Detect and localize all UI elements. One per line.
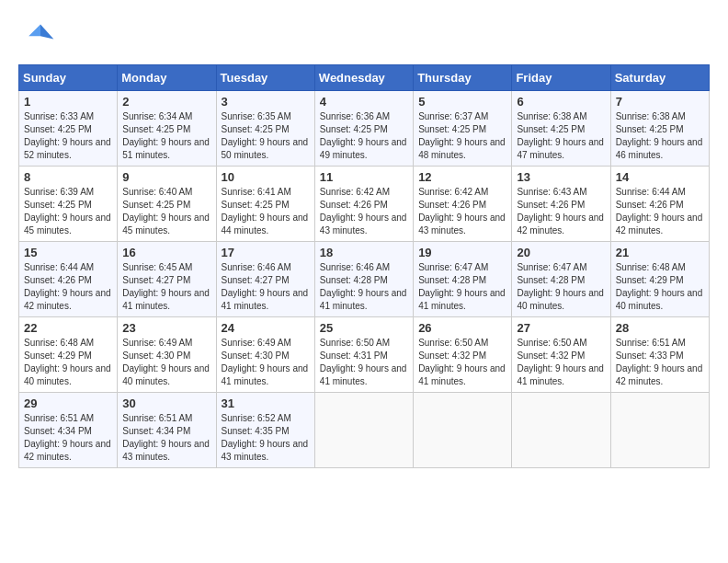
day-number: 24 (222, 321, 310, 335)
day-info: Sunrise: 6:42 AM Sunset: 4:26 PM Dayligh… (418, 186, 506, 237)
calendar-cell: 16 Sunrise: 6:45 AM Sunset: 4:27 PM Dayl… (118, 242, 216, 317)
calendar-table: SundayMondayTuesdayWednesdayThursdayFrid… (18, 64, 710, 468)
svg-marker-0 (40, 24, 53, 39)
calendar-cell: 15 Sunrise: 6:44 AM Sunset: 4:26 PM Dayl… (19, 242, 118, 317)
day-number: 3 (222, 95, 310, 109)
day-info: Sunrise: 6:44 AM Sunset: 4:26 PM Dayligh… (616, 186, 704, 237)
calendar-cell (414, 393, 512, 468)
day-number: 26 (418, 321, 506, 335)
day-info: Sunrise: 6:37 AM Sunset: 4:25 PM Dayligh… (418, 110, 506, 162)
calendar-cell: 1 Sunrise: 6:33 AM Sunset: 4:25 PM Dayli… (19, 91, 118, 167)
calendar-cell: 25 Sunrise: 6:50 AM Sunset: 4:31 PM Dayl… (314, 317, 413, 393)
day-number: 27 (517, 321, 605, 335)
calendar-week-3: 15 Sunrise: 6:44 AM Sunset: 4:26 PM Dayl… (19, 242, 710, 317)
day-info: Sunrise: 6:46 AM Sunset: 4:28 PM Dayligh… (320, 261, 408, 313)
calendar-cell: 18 Sunrise: 6:46 AM Sunset: 4:28 PM Dayl… (314, 242, 413, 317)
day-info: Sunrise: 6:50 AM Sunset: 4:32 PM Dayligh… (517, 337, 605, 388)
calendar-cell: 12 Sunrise: 6:42 AM Sunset: 4:26 PM Dayl… (414, 167, 512, 242)
day-info: Sunrise: 6:33 AM Sunset: 4:25 PM Dayligh… (24, 110, 112, 162)
day-info: Sunrise: 6:43 AM Sunset: 4:26 PM Dayligh… (517, 186, 605, 237)
day-number: 9 (122, 170, 210, 184)
day-number: 5 (418, 95, 506, 109)
day-info: Sunrise: 6:38 AM Sunset: 4:25 PM Dayligh… (517, 110, 605, 162)
day-info: Sunrise: 6:42 AM Sunset: 4:26 PM Dayligh… (320, 186, 408, 237)
day-info: Sunrise: 6:41 AM Sunset: 4:25 PM Dayligh… (222, 186, 310, 237)
day-info: Sunrise: 6:39 AM Sunset: 4:25 PM Dayligh… (24, 186, 112, 237)
calendar-cell: 21 Sunrise: 6:48 AM Sunset: 4:29 PM Dayl… (610, 242, 709, 317)
calendar-cell: 24 Sunrise: 6:49 AM Sunset: 4:30 PM Dayl… (216, 317, 314, 393)
day-info: Sunrise: 6:45 AM Sunset: 4:27 PM Dayligh… (122, 261, 210, 313)
day-info: Sunrise: 6:34 AM Sunset: 4:25 PM Dayligh… (122, 110, 210, 162)
day-number: 12 (418, 170, 506, 184)
day-number: 2 (122, 95, 210, 109)
logo (18, 18, 59, 55)
calendar-cell: 14 Sunrise: 6:44 AM Sunset: 4:26 PM Dayl… (610, 167, 709, 242)
day-number: 8 (24, 170, 112, 184)
day-number: 7 (616, 95, 704, 109)
calendar-cell (610, 393, 709, 468)
day-info: Sunrise: 6:51 AM Sunset: 4:33 PM Dayligh… (616, 337, 704, 388)
calendar-cell: 23 Sunrise: 6:49 AM Sunset: 4:30 PM Dayl… (118, 317, 216, 393)
calendar-cell: 5 Sunrise: 6:37 AM Sunset: 4:25 PM Dayli… (414, 91, 512, 167)
day-number: 19 (418, 246, 506, 259)
calendar-cell: 31 Sunrise: 6:52 AM Sunset: 4:35 PM Dayl… (216, 393, 314, 468)
day-number: 28 (616, 321, 704, 335)
calendar-cell: 30 Sunrise: 6:51 AM Sunset: 4:34 PM Dayl… (118, 393, 216, 468)
day-number: 13 (517, 170, 605, 184)
day-number: 22 (24, 321, 112, 335)
calendar-cell: 10 Sunrise: 6:41 AM Sunset: 4:25 PM Dayl… (216, 167, 314, 242)
day-info: Sunrise: 6:36 AM Sunset: 4:25 PM Dayligh… (320, 110, 408, 162)
weekday-header-row: SundayMondayTuesdayWednesdayThursdayFrid… (19, 65, 710, 91)
calendar-cell: 7 Sunrise: 6:38 AM Sunset: 4:25 PM Dayli… (610, 91, 709, 167)
day-number: 29 (24, 396, 112, 410)
day-number: 14 (616, 170, 704, 184)
calendar-cell: 6 Sunrise: 6:38 AM Sunset: 4:25 PM Dayli… (512, 91, 610, 167)
svg-marker-1 (28, 24, 40, 36)
day-number: 30 (122, 396, 210, 410)
calendar-cell: 28 Sunrise: 6:51 AM Sunset: 4:33 PM Dayl… (610, 317, 709, 393)
weekday-header-thursday: Thursday (414, 65, 512, 91)
weekday-header-monday: Monday (118, 65, 216, 91)
calendar-cell: 3 Sunrise: 6:35 AM Sunset: 4:25 PM Dayli… (216, 91, 314, 167)
day-info: Sunrise: 6:50 AM Sunset: 4:32 PM Dayligh… (418, 337, 506, 388)
day-number: 10 (222, 170, 310, 184)
calendar-cell (314, 393, 413, 468)
calendar-cell: 8 Sunrise: 6:39 AM Sunset: 4:25 PM Dayli… (19, 167, 118, 242)
calendar-cell: 20 Sunrise: 6:47 AM Sunset: 4:28 PM Dayl… (512, 242, 610, 317)
day-number: 23 (122, 321, 210, 335)
weekday-header-saturday: Saturday (610, 65, 709, 91)
day-info: Sunrise: 6:49 AM Sunset: 4:30 PM Dayligh… (122, 337, 210, 388)
day-info: Sunrise: 6:52 AM Sunset: 4:35 PM Dayligh… (222, 412, 310, 464)
day-info: Sunrise: 6:44 AM Sunset: 4:26 PM Dayligh… (24, 261, 112, 313)
day-number: 16 (122, 246, 210, 259)
calendar-cell: 13 Sunrise: 6:43 AM Sunset: 4:26 PM Dayl… (512, 167, 610, 242)
day-number: 15 (24, 246, 112, 259)
day-number: 11 (320, 170, 408, 184)
day-number: 18 (320, 246, 408, 259)
calendar-cell: 19 Sunrise: 6:47 AM Sunset: 4:28 PM Dayl… (414, 242, 512, 317)
calendar-week-2: 8 Sunrise: 6:39 AM Sunset: 4:25 PM Dayli… (19, 167, 710, 242)
calendar-cell: 2 Sunrise: 6:34 AM Sunset: 4:25 PM Dayli… (118, 91, 216, 167)
day-info: Sunrise: 6:48 AM Sunset: 4:29 PM Dayligh… (616, 261, 704, 313)
day-info: Sunrise: 6:38 AM Sunset: 4:25 PM Dayligh… (616, 110, 704, 162)
day-info: Sunrise: 6:49 AM Sunset: 4:30 PM Dayligh… (222, 337, 310, 388)
day-info: Sunrise: 6:48 AM Sunset: 4:29 PM Dayligh… (24, 337, 112, 388)
calendar-cell: 29 Sunrise: 6:51 AM Sunset: 4:34 PM Dayl… (19, 393, 118, 468)
calendar-cell: 22 Sunrise: 6:48 AM Sunset: 4:29 PM Dayl… (19, 317, 118, 393)
calendar-week-4: 22 Sunrise: 6:48 AM Sunset: 4:29 PM Dayl… (19, 317, 710, 393)
day-info: Sunrise: 6:51 AM Sunset: 4:34 PM Dayligh… (122, 412, 210, 464)
day-info: Sunrise: 6:51 AM Sunset: 4:34 PM Dayligh… (24, 412, 112, 464)
day-number: 31 (222, 396, 310, 410)
day-number: 1 (24, 95, 112, 109)
weekday-header-sunday: Sunday (19, 65, 118, 91)
calendar-cell: 11 Sunrise: 6:42 AM Sunset: 4:26 PM Dayl… (314, 167, 413, 242)
calendar-cell (512, 393, 610, 468)
calendar-week-5: 29 Sunrise: 6:51 AM Sunset: 4:34 PM Dayl… (19, 393, 710, 468)
day-info: Sunrise: 6:40 AM Sunset: 4:25 PM Dayligh… (122, 186, 210, 237)
weekday-header-friday: Friday (512, 65, 610, 91)
day-info: Sunrise: 6:47 AM Sunset: 4:28 PM Dayligh… (418, 261, 506, 313)
calendar-week-1: 1 Sunrise: 6:33 AM Sunset: 4:25 PM Dayli… (19, 91, 710, 167)
day-info: Sunrise: 6:35 AM Sunset: 4:25 PM Dayligh… (222, 110, 310, 162)
day-number: 20 (517, 246, 605, 259)
weekday-header-wednesday: Wednesday (314, 65, 413, 91)
